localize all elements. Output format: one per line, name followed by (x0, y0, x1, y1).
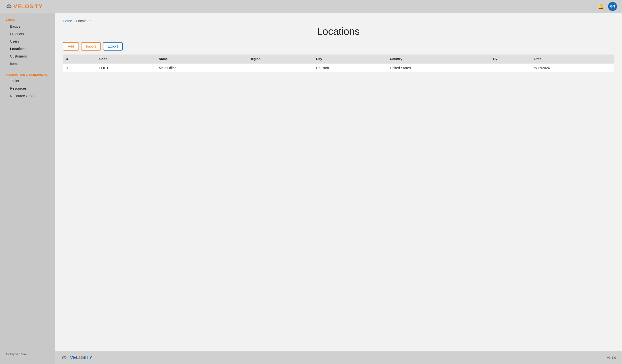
sidebar-item-products[interactable]: Products (0, 30, 55, 38)
row-date: 5/17/2024 (531, 63, 614, 73)
col-country: Country (387, 55, 490, 63)
locations-table: # Code Name Region City Country By Date … (63, 55, 614, 73)
svg-point-1 (8, 6, 9, 7)
sidebar-item-tasks[interactable]: Tasks (0, 77, 55, 85)
sidebar: ADMIN Basics Products Users Locations Cu… (0, 13, 55, 364)
main-layout: ADMIN Basics Products Users Locations Cu… (0, 13, 622, 364)
page-title: Locations (63, 26, 614, 37)
logo: VELOSITY (5, 3, 43, 10)
row-name: Main Office (155, 63, 246, 73)
add-button[interactable]: Add (63, 42, 79, 51)
sidebar-item-items[interactable]: Items (0, 60, 55, 67)
footer: VELOSITY v1.1.0 (55, 351, 622, 364)
sidebar-item-basics[interactable]: Basics (0, 23, 55, 30)
breadcrumb-separator: › (74, 19, 75, 23)
sidebar-item-customers[interactable]: Customers (0, 53, 55, 60)
col-by: By (490, 55, 531, 63)
table-header-row: # Code Name Region City Country By Date (63, 55, 614, 63)
footer-logo: VELOSITY (61, 355, 92, 361)
breadcrumb-home[interactable]: Home (63, 19, 72, 23)
breadcrumb: Home › Locations (63, 19, 614, 23)
breadcrumb-current: Locations (76, 19, 91, 23)
col-num: # (63, 55, 96, 63)
row-by (490, 63, 531, 73)
sidebar-item-resource-groups[interactable]: Resource Groups (0, 92, 55, 100)
row-code: LOC1 (96, 63, 155, 73)
bell-icon[interactable]: 🔔 (598, 3, 604, 9)
row-country: United States (387, 63, 490, 73)
svg-point-3 (64, 357, 65, 358)
user-avatar[interactable]: GN (608, 2, 617, 11)
production-section-label: PRODUCTION & SCHEDULING (0, 71, 55, 77)
toolbar: Add Import Export (63, 42, 614, 51)
logo-text-vel: VEL (13, 3, 25, 9)
sidebar-item-resources[interactable]: Resources (0, 85, 55, 92)
content-area: Home › Locations Locations Add Import Ex… (55, 13, 622, 364)
content-inner: Home › Locations Locations Add Import Ex… (55, 13, 622, 351)
table-body: 1 LOC1 Main Office Houston United States… (63, 63, 614, 73)
nav-right: 🔔 GN (598, 2, 617, 11)
sidebar-item-locations[interactable]: Locations (0, 45, 55, 53)
col-region: Region (246, 55, 313, 63)
col-code: Code (96, 55, 155, 63)
col-name: Name (155, 55, 246, 63)
row-region (246, 63, 313, 73)
export-button[interactable]: Export (103, 42, 123, 51)
top-nav: VELOSITY 🔔 GN (0, 0, 622, 13)
footer-logo-text: VELOSITY (70, 355, 92, 360)
row-num[interactable]: 1 (63, 63, 96, 73)
import-button[interactable]: Import (81, 42, 101, 51)
admin-section-label: ADMIN (0, 17, 55, 23)
col-city: City (312, 55, 386, 63)
footer-version: v1.1.0 (607, 356, 616, 360)
logo-text: VELOSITY (13, 3, 43, 10)
row-city: Houston (312, 63, 386, 73)
logo-text-sity: SITY (29, 3, 43, 9)
table-row: 1 LOC1 Main Office Houston United States… (63, 63, 614, 73)
collapsed-view-button[interactable]: Collapsed View (0, 348, 55, 360)
sidebar-item-users[interactable]: Users (0, 38, 55, 45)
logo-icon (5, 3, 13, 10)
footer-logo-icon (61, 355, 68, 361)
table-header: # Code Name Region City Country By Date (63, 55, 614, 63)
col-date: Date (531, 55, 614, 63)
